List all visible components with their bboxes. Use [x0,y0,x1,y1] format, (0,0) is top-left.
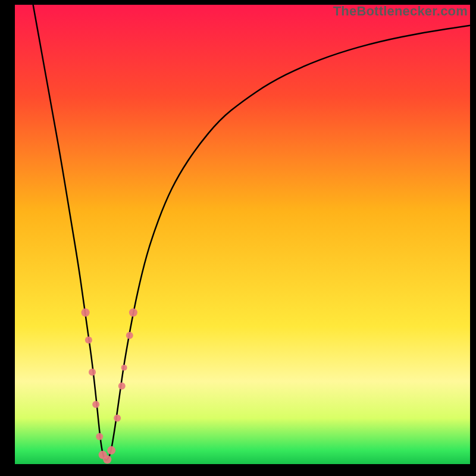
data-point [107,446,115,455]
data-point [121,365,127,371]
data-point [114,415,121,422]
data-point [89,369,96,376]
data-point [92,401,99,408]
data-point [96,433,103,440]
data-point [118,383,126,390]
data-point [82,308,90,317]
chart-svg [15,5,470,464]
plot-area [15,5,470,464]
data-point [126,332,133,339]
watermark-text: TheBottlenecker.com [333,4,468,19]
data-point [85,337,92,344]
data-point [103,455,111,464]
chart-frame: TheBottlenecker.com [0,0,476,476]
gradient-background [15,5,470,464]
data-point [129,308,137,317]
